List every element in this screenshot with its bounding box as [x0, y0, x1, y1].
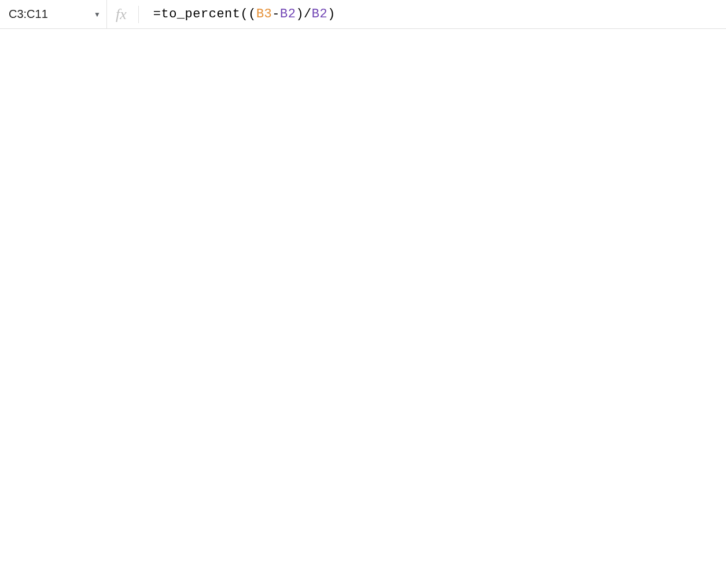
formula-ref-b2: B2 — [280, 7, 296, 21]
name-box[interactable]: C3:C11 ▼ — [0, 0, 107, 28]
name-box-value: C3:C11 — [9, 8, 48, 21]
formula-input-container: fx =to_percent((B3-B2)/B2) — [107, 0, 726, 28]
formula-bar: C3:C11 ▼ fx =to_percent((B3-B2)/B2) — [0, 0, 726, 29]
fx-icon: fx — [116, 6, 139, 23]
formula-ref-b2b: B2 — [312, 7, 327, 21]
name-box-dropdown-icon[interactable]: ▼ — [94, 10, 101, 19]
formula-input[interactable]: =to_percent((B3-B2)/B2) — [153, 7, 726, 21]
formula-ref-b3: B3 — [256, 7, 272, 21]
